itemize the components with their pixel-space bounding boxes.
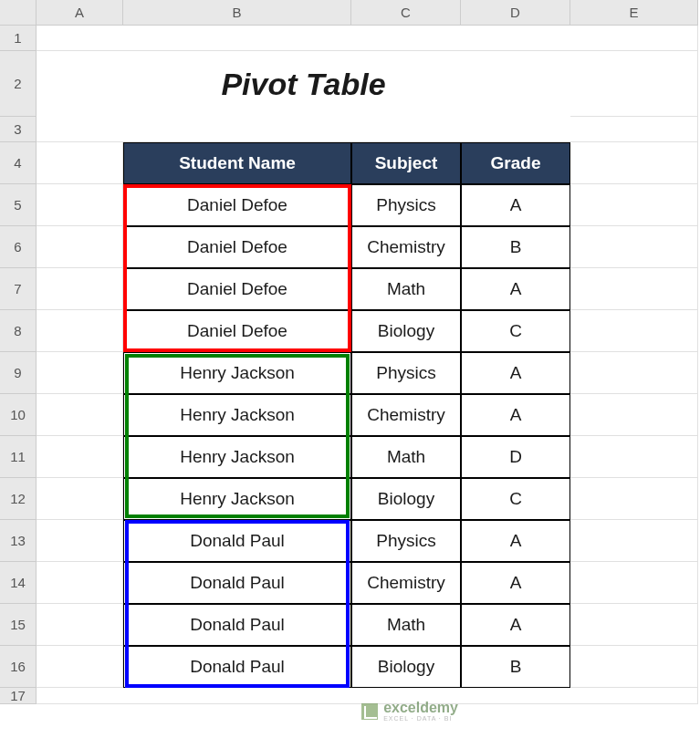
cell[interactable] (37, 117, 698, 142)
cell[interactable] (570, 520, 698, 562)
cell[interactable] (570, 604, 698, 646)
row-header-11[interactable]: 11 (0, 436, 37, 478)
cell[interactable] (570, 184, 698, 226)
cell-name[interactable]: Daniel Defoe (123, 310, 351, 352)
cell[interactable] (570, 226, 698, 268)
row-header-3[interactable]: 3 (0, 117, 37, 142)
cell[interactable] (37, 142, 123, 184)
col-header-b[interactable]: B (123, 0, 351, 26)
cell[interactable] (37, 226, 123, 268)
cell-subject[interactable]: Math (351, 268, 461, 310)
cell-subject[interactable]: Chemistry (351, 394, 461, 436)
row-header-10[interactable]: 10 (0, 394, 37, 436)
cell-name[interactable]: Henry Jackson (123, 436, 351, 478)
cell-subject[interactable]: Chemistry (351, 226, 461, 268)
col-header-c[interactable]: C (351, 0, 461, 26)
row-header-9[interactable]: 9 (0, 352, 37, 394)
watermark-name: exceldemy (383, 701, 458, 715)
cell[interactable] (37, 310, 123, 352)
cell-subject[interactable]: Biology (351, 646, 461, 688)
cell-name[interactable]: Henry Jackson (123, 478, 351, 520)
title-cell[interactable]: Pivot Table (37, 51, 570, 117)
row-header-17[interactable]: 17 (0, 688, 37, 704)
cell[interactable] (37, 352, 123, 394)
cell[interactable] (570, 310, 698, 352)
cell[interactable] (570, 394, 698, 436)
cell-grade[interactable]: C (461, 478, 570, 520)
cell[interactable] (37, 268, 123, 310)
cell[interactable] (570, 352, 698, 394)
cell-subject[interactable]: Biology (351, 478, 461, 520)
cell[interactable] (37, 520, 123, 562)
col-header-e[interactable]: E (570, 0, 698, 26)
cell-grade[interactable]: D (461, 436, 570, 478)
row-header-4[interactable]: 4 (0, 142, 37, 184)
cell[interactable] (37, 394, 123, 436)
cell[interactable] (37, 436, 123, 478)
cell[interactable] (570, 562, 698, 604)
row-header-13[interactable]: 13 (0, 520, 37, 562)
cell[interactable] (570, 436, 698, 478)
watermark-tagline: EXCEL · DATA · BI (383, 715, 458, 722)
header-student-name[interactable]: Student Name (123, 142, 351, 184)
cell-name[interactable]: Daniel Defoe (123, 226, 351, 268)
cell-grade[interactable]: A (461, 184, 570, 226)
cell-grade[interactable]: A (461, 604, 570, 646)
row-header-5[interactable]: 5 (0, 184, 37, 226)
cell-name[interactable]: Donald Paul (123, 604, 351, 646)
row-header-15[interactable]: 15 (0, 604, 37, 646)
cell-grade[interactable]: A (461, 268, 570, 310)
header-subject[interactable]: Subject (351, 142, 461, 184)
cell[interactable] (37, 26, 698, 51)
cell[interactable] (570, 478, 698, 520)
watermark: exceldemy EXCEL · DATA · BI (361, 701, 458, 722)
cell-grade[interactable]: A (461, 352, 570, 394)
row-header-1[interactable]: 1 (0, 26, 37, 51)
cell[interactable] (570, 142, 698, 184)
cell-name[interactable]: Donald Paul (123, 646, 351, 688)
cell-grade[interactable]: A (461, 394, 570, 436)
header-grade[interactable]: Grade (461, 142, 570, 184)
cell[interactable] (37, 646, 123, 688)
cell-name[interactable]: Donald Paul (123, 562, 351, 604)
cell[interactable] (37, 562, 123, 604)
cell[interactable] (37, 478, 123, 520)
col-header-a[interactable]: A (37, 0, 123, 26)
cell-subject[interactable]: Physics (351, 352, 461, 394)
cell-name[interactable]: Donald Paul (123, 520, 351, 562)
row-header-7[interactable]: 7 (0, 268, 37, 310)
cell-name[interactable]: Henry Jackson (123, 394, 351, 436)
cell-subject[interactable]: Math (351, 604, 461, 646)
cell-grade[interactable]: A (461, 520, 570, 562)
cell[interactable] (37, 184, 123, 226)
cell[interactable] (570, 646, 698, 688)
cell-subject[interactable]: Biology (351, 310, 461, 352)
spreadsheet-grid: A B C D E 1 2 Pivot Table 3 4 Student Na… (0, 0, 700, 704)
row-header-2[interactable]: 2 (0, 51, 37, 117)
exceldemy-icon (361, 703, 378, 720)
cell[interactable] (570, 268, 698, 310)
cell[interactable] (570, 51, 698, 117)
row-header-6[interactable]: 6 (0, 226, 37, 268)
cell[interactable] (37, 604, 123, 646)
cell-grade[interactable]: C (461, 310, 570, 352)
col-header-d[interactable]: D (461, 0, 570, 26)
row-header-12[interactable]: 12 (0, 478, 37, 520)
cell-grade[interactable]: B (461, 226, 570, 268)
cell-name[interactable]: Daniel Defoe (123, 268, 351, 310)
row-header-8[interactable]: 8 (0, 310, 37, 352)
row-header-16[interactable]: 16 (0, 646, 37, 688)
cell-subject[interactable]: Physics (351, 184, 461, 226)
cell-grade[interactable]: A (461, 562, 570, 604)
page-title: Pivot Table (221, 67, 385, 102)
grid-corner[interactable] (0, 0, 37, 26)
cell-name[interactable]: Henry Jackson (123, 352, 351, 394)
row-header-14[interactable]: 14 (0, 562, 37, 604)
cell-subject[interactable]: Math (351, 436, 461, 478)
cell-grade[interactable]: B (461, 646, 570, 688)
cell-subject[interactable]: Chemistry (351, 562, 461, 604)
cell-subject[interactable]: Physics (351, 520, 461, 562)
cell-name[interactable]: Daniel Defoe (123, 184, 351, 226)
